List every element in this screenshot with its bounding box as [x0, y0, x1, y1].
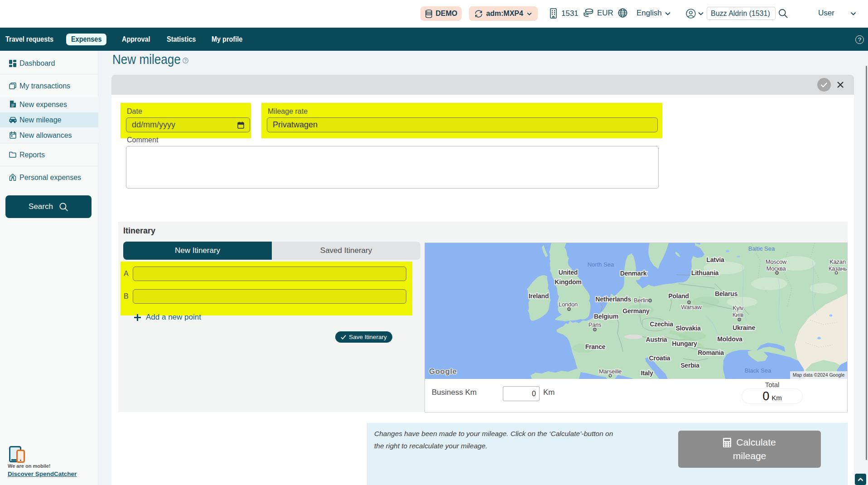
svg-text:Italy: Italy — [641, 369, 653, 377]
svg-text:Lithuania: Lithuania — [691, 269, 719, 276]
svg-text:Kyiv: Kyiv — [733, 305, 743, 311]
svg-text:Казань: Казань — [829, 265, 847, 272]
svg-text:Ireland: Ireland — [529, 292, 549, 300]
svg-text:Warsaw: Warsaw — [681, 304, 702, 310]
svg-text:Moldova: Moldova — [717, 335, 743, 343]
svg-text:Belarus: Belarus — [715, 290, 738, 297]
svg-text:Romania: Romania — [698, 349, 724, 356]
svg-text:Map data ©2024 Google: Map data ©2024 Google — [793, 372, 845, 378]
svg-text:Google: Google — [429, 367, 457, 376]
svg-text:London: London — [559, 301, 578, 308]
svg-text:Ukraine: Ukraine — [733, 324, 755, 331]
svg-text:Kingdom: Kingdom — [555, 278, 581, 286]
svg-text:Denmark: Denmark — [620, 270, 647, 277]
svg-text:Black Sea: Black Sea — [745, 367, 772, 374]
svg-text:Austria: Austria — [646, 336, 667, 343]
svg-text:Netherlands: Netherlands — [595, 296, 631, 303]
svg-text:Київ: Київ — [733, 311, 744, 318]
svg-text:France: France — [585, 343, 606, 350]
svg-text:Belgium: Belgium — [594, 313, 618, 320]
svg-text:Latvia: Latvia — [706, 256, 724, 263]
svg-text:United: United — [559, 269, 578, 276]
svg-text:Moscow: Moscow — [766, 258, 787, 265]
svg-text:Serbia: Serbia — [680, 362, 699, 369]
svg-text:Paris: Paris — [588, 321, 602, 328]
svg-text:Kazan: Kazan — [829, 258, 846, 265]
svg-text:Czechia: Czechia — [650, 320, 673, 328]
svg-text:Slovakia: Slovakia — [675, 325, 701, 332]
svg-text:North Sea: North Sea — [588, 261, 614, 268]
svg-text:Germany: Germany — [622, 307, 650, 315]
svg-text:Croatia: Croatia — [649, 354, 670, 362]
svg-text:Hungary: Hungary — [672, 340, 697, 347]
svg-text:Marseille: Marseille — [599, 368, 622, 375]
svg-text:Poland: Poland — [668, 292, 689, 300]
svg-text:Baltic Sea: Baltic Sea — [748, 245, 775, 252]
svg-text:Москва: Москва — [766, 265, 786, 272]
svg-text:Berlin: Berlin — [634, 297, 648, 304]
